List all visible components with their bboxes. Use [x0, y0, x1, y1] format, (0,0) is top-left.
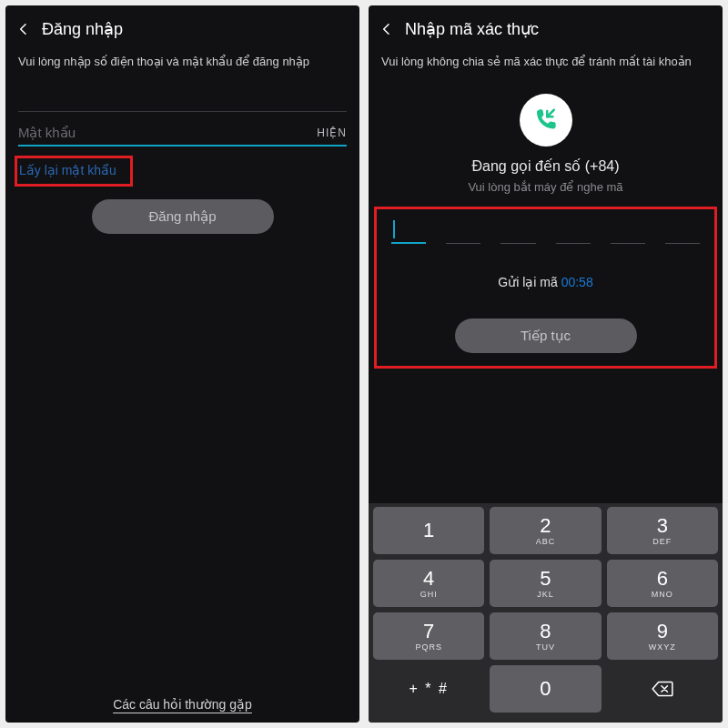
- otp-input-6[interactable]: [665, 218, 700, 244]
- key-symbols[interactable]: + * #: [373, 665, 484, 713]
- key-7[interactable]: 7PQRS: [373, 612, 484, 660]
- phone-input[interactable]: [18, 86, 347, 112]
- highlight-box: Lấy lại mật khẩu: [15, 156, 133, 187]
- calling-text: Đang gọi đến số (+84): [369, 157, 723, 175]
- key-8[interactable]: 8TUV: [490, 612, 601, 660]
- key-1[interactable]: 1: [373, 507, 484, 554]
- password-placeholder: Mật khẩu: [18, 125, 76, 141]
- phone-incoming-icon: [532, 106, 560, 134]
- otp-input-row: [386, 217, 705, 251]
- back-button[interactable]: [11, 16, 36, 42]
- key-9[interactable]: 9WXYZ: [607, 612, 718, 660]
- resend-label: Gửi lại mã: [498, 275, 557, 289]
- key-4[interactable]: 4GHI: [373, 560, 484, 607]
- highlight-box: Gửi lại mã 00:58 Tiếp tục: [374, 207, 717, 369]
- chevron-left-icon: [379, 22, 394, 36]
- faq-link[interactable]: Các câu hỏi thường gặp: [5, 697, 359, 712]
- backspace-icon: [651, 677, 674, 701]
- header: Nhập mã xác thực: [369, 5, 723, 51]
- login-button-row: Đăng nhập: [5, 199, 359, 234]
- numeric-keypad: 1 2ABC 3DEF 4GHI 5JKL 6MNO 7PQRS 8TUV 9W…: [369, 503, 723, 723]
- resend-countdown: 00:58: [561, 275, 593, 289]
- key-3[interactable]: 3DEF: [607, 507, 718, 554]
- subtitle-text: Vui lòng không chia sẻ mã xác thực để tr…: [369, 51, 723, 86]
- page-title: Đăng nhập: [42, 19, 123, 39]
- forgot-password-link[interactable]: Lấy lại mật khẩu: [19, 163, 116, 177]
- text-caret: [393, 220, 395, 238]
- back-button[interactable]: [374, 16, 399, 42]
- otp-input-2[interactable]: [446, 218, 480, 244]
- otp-input-4[interactable]: [556, 218, 591, 244]
- otp-input-3[interactable]: [500, 218, 535, 244]
- call-icon-circle: [520, 94, 572, 147]
- password-input[interactable]: Mật khẩu HIỆN: [18, 112, 347, 147]
- continue-row: Tiếp tục: [386, 318, 705, 353]
- key-backspace[interactable]: [607, 665, 718, 713]
- header: Đăng nhập: [5, 5, 359, 51]
- pickup-hint: Vui lòng bắt máy để nghe mã: [369, 180, 723, 194]
- continue-button[interactable]: Tiếp tục: [455, 318, 637, 353]
- page-title: Nhập mã xác thực: [405, 19, 539, 39]
- key-5[interactable]: 5JKL: [490, 560, 601, 607]
- key-6[interactable]: 6MNO: [607, 560, 718, 607]
- input-section: Mật khẩu HIỆN: [5, 86, 359, 147]
- otp-screen: Nhập mã xác thực Vui lòng không chia sẻ …: [369, 5, 723, 723]
- key-0[interactable]: 0: [490, 665, 601, 713]
- login-screen: Đăng nhập Vui lòng nhập số điện thoại và…: [5, 5, 359, 723]
- chevron-left-icon: [16, 22, 31, 36]
- login-button[interactable]: Đăng nhập: [92, 199, 274, 234]
- key-2[interactable]: 2ABC: [490, 507, 601, 554]
- subtitle-text: Vui lòng nhập số điện thoại và mật khẩu …: [5, 51, 359, 86]
- otp-input-5[interactable]: [611, 218, 645, 244]
- otp-input-1[interactable]: [391, 218, 426, 244]
- resend-row: Gửi lại mã 00:58: [386, 275, 705, 289]
- show-password-toggle[interactable]: HIỆN: [317, 126, 347, 139]
